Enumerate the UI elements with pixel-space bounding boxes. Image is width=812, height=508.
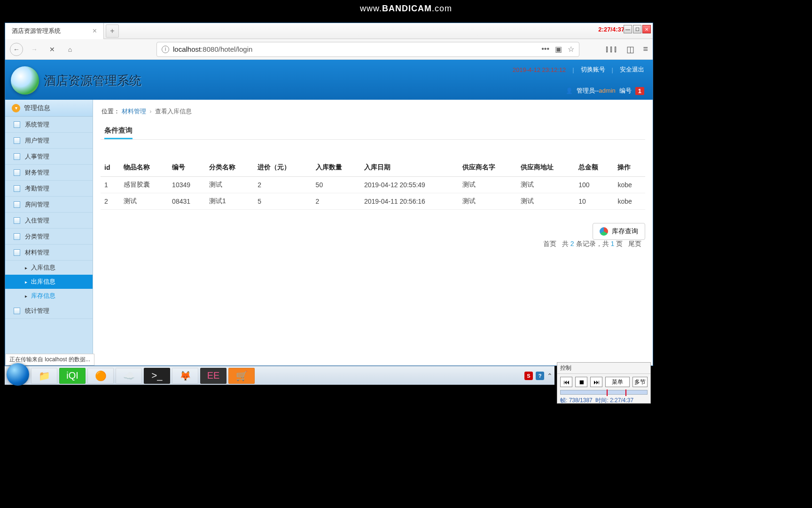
menu-icon[interactable]: ≡: [643, 44, 648, 55]
taskbar-firefox-icon[interactable]: 🦊: [172, 368, 198, 384]
tray-sogou-icon[interactable]: S: [524, 372, 533, 380]
bandicam-watermark: www.BANDICAM.com: [360, 4, 452, 14]
ctrl-menu-button[interactable]: 菜单: [605, 377, 630, 387]
start-button[interactable]: [7, 363, 29, 386]
minimize-button[interactable]: —: [624, 25, 632, 33]
switch-account-link[interactable]: 切换账号: [581, 65, 605, 74]
list-icon: [14, 217, 20, 224]
list-icon: [14, 233, 20, 240]
logout-link[interactable]: 安全退出: [620, 65, 644, 74]
app-header: 酒店资源管理系统 2019-4-12 23:12:12 | 切换账号 | 安全退…: [5, 60, 653, 100]
id-label: 编号: [619, 87, 632, 95]
window-close-button[interactable]: ✕: [642, 25, 651, 33]
sidebar-subitem[interactable]: ▸出库信息: [5, 275, 93, 289]
col-header: 分类名称: [205, 159, 254, 177]
content-area: 位置： 材料管理 › 查看入库信息 条件查询 id物品名称编号分类名称进价（元）…: [93, 100, 653, 365]
home-button[interactable]: ⌂: [63, 43, 77, 56]
stop-button[interactable]: ✕: [46, 43, 59, 56]
ctrl-info: 帧: 738/1387 时间: 2:27/4:37: [557, 395, 650, 406]
recording-timer: 2:27/4:37: [598, 26, 625, 33]
pie-chart-icon: [600, 227, 608, 236]
taskbar-explorer-icon[interactable]: 📁: [31, 368, 57, 384]
taskbar-javaee-icon[interactable]: EE: [200, 368, 226, 384]
list-icon: [14, 308, 20, 314]
ctrl-stop-button[interactable]: ⏹: [575, 377, 587, 387]
role-label: 管理员--admin: [577, 87, 616, 95]
reader-icon[interactable]: ▣: [555, 45, 562, 54]
stock-query-button[interactable]: 库存查询: [593, 223, 645, 240]
sidebar-item[interactable]: 财务管理: [5, 165, 93, 181]
browser-window: 酒店资源管理系统 × + 2:27/4:37 — ☐ ✕ ← → ✕ ⌂ i l…: [5, 23, 653, 366]
list-icon: [14, 137, 20, 144]
tab-title: 酒店资源管理系统: [12, 27, 93, 35]
forward-button[interactable]: →: [28, 43, 41, 56]
col-header: 物品名称: [120, 159, 168, 177]
tray-help-icon[interactable]: ?: [536, 372, 544, 380]
list-icon: [14, 201, 20, 208]
sidebar-subitem[interactable]: ▸库存信息: [5, 289, 93, 303]
pagination: 首页 共 2 条记录，共 1 页 尾页: [101, 240, 645, 248]
ctrl-prev-button[interactable]: ⏮: [560, 377, 572, 387]
sidebar-item[interactable]: 系统管理: [5, 117, 93, 133]
col-header: 供应商名字: [459, 159, 516, 177]
new-tab-button[interactable]: +: [106, 24, 119, 38]
breadcrumb: 位置： 材料管理 › 查看入库信息: [101, 104, 645, 119]
taskbar-cloud-icon[interactable]: ☁️: [116, 368, 142, 384]
sidebar-item[interactable]: 用户管理: [5, 133, 93, 149]
col-header: id: [101, 159, 120, 177]
list-icon: [14, 185, 20, 192]
site-info-icon[interactable]: i: [162, 46, 169, 53]
library-icon[interactable]: ⫿⫿⫿: [605, 44, 618, 55]
triangle-icon: ▸: [25, 279, 27, 285]
sidebar-item[interactable]: 人事管理: [5, 149, 93, 165]
sidebar-category[interactable]: ▾ 管理信息: [5, 100, 93, 117]
tray-chevron-icon[interactable]: ⌃: [547, 372, 553, 380]
col-header: 编号: [168, 159, 205, 177]
sidebar-toggle-icon[interactable]: ◫: [626, 44, 634, 55]
bandicam-control-panel: 控制 ⏮ ⏹ ⏭ 菜单 多节 帧: 738/1387 时间: 2:27/4:37: [557, 362, 651, 404]
list-icon: [14, 121, 20, 128]
ctrl-multi-button[interactable]: 多节: [632, 377, 648, 387]
titlebar: 酒店资源管理系统 × + 2:27/4:37 — ☐ ✕: [5, 23, 653, 39]
more-icon[interactable]: •••: [541, 45, 549, 54]
list-icon: [14, 169, 20, 176]
taskbar-terminal-icon[interactable]: >_: [144, 368, 170, 384]
pager-last[interactable]: 尾页: [628, 240, 641, 247]
browser-tab[interactable]: 酒店资源管理系统 ×: [5, 23, 104, 39]
table-row: 1感冒胶囊10349测试2502019-04-12 20:55:49测试测试10…: [101, 177, 645, 193]
sidebar-item[interactable]: 分类管理: [5, 229, 93, 245]
pager-first[interactable]: 首页: [543, 240, 556, 247]
sidebar-item[interactable]: 房间管理: [5, 197, 93, 213]
bookmark-star-icon[interactable]: ☆: [568, 45, 574, 54]
ctrl-next-button[interactable]: ⏭: [590, 377, 602, 387]
app-logo: [11, 66, 39, 95]
sidebar-item[interactable]: 统计管理: [5, 303, 93, 319]
sidebar-subitem[interactable]: ▸入库信息: [5, 261, 93, 275]
url-text: localhost:8080/hotel/login: [173, 45, 252, 53]
col-header: 供应商地址: [517, 159, 575, 177]
back-button[interactable]: ←: [10, 43, 23, 56]
col-header: 进价（元）: [254, 159, 312, 177]
sidebar-item[interactable]: 材料管理: [5, 245, 93, 261]
taskbar-iqiyi-icon[interactable]: iQI: [59, 368, 86, 384]
tab-close-icon[interactable]: ×: [93, 27, 97, 35]
sidebar-item[interactable]: 考勤管理: [5, 181, 93, 197]
col-header: 操作: [614, 159, 645, 177]
triangle-icon: ▸: [25, 294, 27, 299]
breadcrumb-link-1[interactable]: 材料管理: [122, 108, 146, 115]
ctrl-timeline[interactable]: [560, 390, 648, 395]
taskbar-shop-icon[interactable]: 🛒: [228, 368, 255, 384]
browser-toolbar: ← → ✕ ⌂ i localhost:8080/hotel/login •••…: [5, 39, 653, 60]
maximize-button[interactable]: ☐: [633, 25, 641, 33]
taskbar: 📁 iQI 🟠 ☁️ >_ 🦊 EE 🛒 S ? ⌃: [5, 366, 554, 385]
sidebar-item[interactable]: 入住管理: [5, 213, 93, 229]
breadcrumb-current: 查看入库信息: [155, 108, 192, 115]
address-bar[interactable]: i localhost:8080/hotel/login ••• ▣ ☆: [156, 42, 579, 57]
sidebar: ▾ 管理信息 系统管理用户管理人事管理财务管理考勤管理房间管理入住管理分类管理材…: [5, 100, 93, 365]
data-table: id物品名称编号分类名称进价（元）入库数量入库日期供应商名字供应商地址总金额操作…: [101, 159, 645, 210]
id-badge: 1: [635, 87, 644, 95]
chevron-down-icon: ▾: [12, 104, 20, 112]
col-header: 入库数量: [312, 159, 360, 177]
triangle-icon: ▸: [25, 265, 27, 270]
taskbar-app-icon[interactable]: 🟠: [87, 368, 114, 384]
